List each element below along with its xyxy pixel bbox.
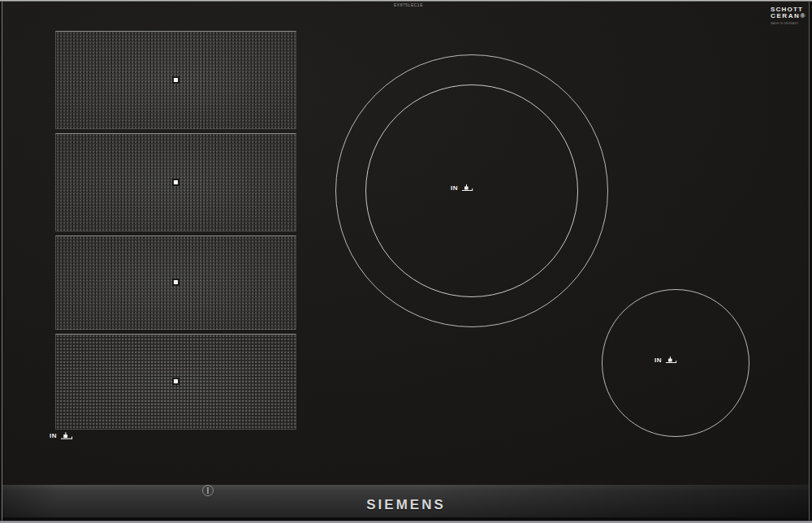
- induction-label: IN: [451, 185, 458, 192]
- flex-zone-segment-2: [55, 133, 296, 231]
- brand-logo: SIEMENS: [0, 498, 812, 513]
- small-zone-induction-marking: IN: [654, 357, 677, 364]
- large-zone-induction-marking: IN: [451, 184, 473, 192]
- zone-center-dot-icon: [174, 280, 178, 284]
- flex-zone-induction-marking: IN: [50, 432, 73, 440]
- frame-edge-right: [809, 2, 810, 521]
- frame-edge-top: [0, 0, 812, 2]
- flex-zone-segment-3: [55, 236, 296, 330]
- induction-label: IN: [654, 357, 662, 364]
- induction-label: IN: [50, 433, 57, 439]
- ceramic-glass-surface: EX875LEC1E SCHOTT CERAN® MADE IN GERMANY…: [2, 2, 809, 485]
- zone-center-dot-icon: [174, 379, 178, 383]
- pan-icon: [61, 432, 73, 440]
- schott-logo-subline: MADE IN GERMANY: [771, 22, 787, 25]
- frame-edge-left: [2, 2, 2, 521]
- power-icon: [202, 485, 214, 496]
- flex-zone-segment-4: [55, 334, 296, 430]
- pan-icon: [666, 357, 677, 364]
- pan-icon: [462, 184, 473, 192]
- schott-ceran-logo: SCHOTT CERAN® MADE IN GERMANY: [771, 6, 810, 28]
- schott-logo-line2: CERAN®: [771, 13, 810, 19]
- zone-center-dot-icon: [174, 180, 178, 184]
- zone-center-dot-icon: [174, 78, 178, 82]
- flex-zone-segment-1: [55, 31, 296, 129]
- model-number-print: EX875LEC1E: [378, 3, 440, 8]
- cooktop-product-photo: EX875LEC1E SCHOTT CERAN® MADE IN GERMANY…: [0, 0, 812, 523]
